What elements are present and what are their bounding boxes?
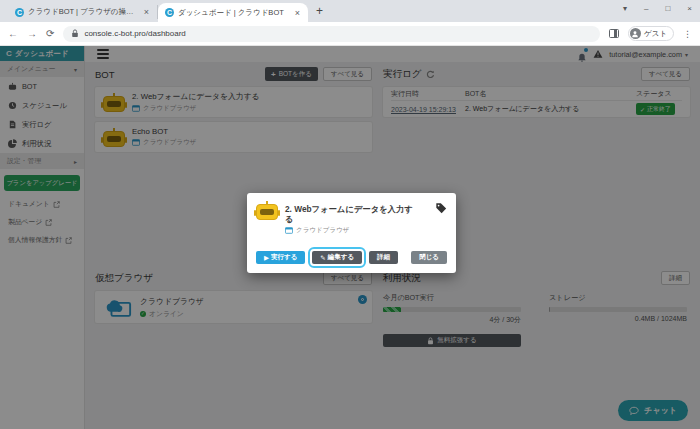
edit-icon: ✎ (320, 254, 325, 262)
browser-tab-2-active[interactable]: C ダッシュボード | クラウドBOT × (158, 3, 308, 22)
reload-icon[interactable]: ⟳ (46, 28, 54, 39)
side-panel-icon[interactable] (609, 29, 619, 38)
site-favicon: C (15, 8, 24, 17)
screenshot-root: C クラウドBOT | ブラウザの操作を自動... × C ダッシュボード | … (0, 0, 700, 429)
tab-title: クラウドBOT | ブラウザの操作を自動... (28, 7, 139, 17)
close-button[interactable]: 閉じる (411, 251, 447, 264)
lock-icon (71, 29, 79, 38)
tab-title: ダッシュボード | クラウドBOT (178, 8, 290, 18)
forward-icon[interactable]: → (27, 28, 37, 39)
browser-toolbar: ← → ⟳ console.c-bot.pro/dashboard ゲスト ⋮ (0, 22, 700, 46)
url-text: console.c-bot.pro/dashboard (84, 29, 185, 38)
close-tab-icon[interactable]: × (143, 7, 150, 17)
back-icon[interactable]: ← (8, 28, 18, 39)
address-bar[interactable]: console.c-bot.pro/dashboard (63, 26, 600, 42)
button-label: 編集する (328, 253, 354, 262)
browser-menu-icon[interactable]: ⋮ (683, 29, 692, 39)
guest-profile-button[interactable]: ゲスト (628, 26, 674, 41)
window-maximize-icon[interactable]: □ (665, 4, 670, 13)
play-icon: ▶ (264, 254, 269, 262)
person-icon (630, 28, 641, 39)
new-tab-button[interactable]: + (316, 4, 323, 18)
guest-label: ゲスト (644, 29, 667, 39)
cloud-browser-mini-icon (285, 227, 293, 234)
browser-tab-bar: C クラウドBOT | ブラウザの操作を自動... × C ダッシュボード | … (0, 0, 700, 22)
bot-detail-modal: 2. Webフォームにデータを入力する クラウドブラウザ ▶ 実行する ✎ 編集… (247, 193, 456, 273)
window-menu-icon[interactable]: ▾ (623, 4, 627, 13)
modal-bot-title: 2. Webフォームにデータを入力する (285, 205, 419, 224)
window-minimize-icon[interactable]: – (644, 4, 648, 13)
modal-env-label: クラウドブラウザ (296, 226, 349, 235)
bot-robot-icon (256, 201, 278, 220)
browser-tab-1[interactable]: C クラウドBOT | ブラウザの操作を自動... × (8, 5, 158, 19)
site-favicon: C (165, 8, 174, 17)
tag-icon[interactable] (435, 202, 447, 214)
button-label: 実行する (271, 253, 297, 262)
close-tab-icon[interactable]: × (294, 8, 301, 18)
details-button[interactable]: 詳細 (369, 251, 398, 264)
run-button[interactable]: ▶ 実行する (256, 251, 305, 264)
window-controls: ▾ – □ × (623, 1, 692, 15)
window-close-icon[interactable]: × (687, 4, 692, 13)
edit-button-highlighted[interactable]: ✎ 編集する (312, 251, 362, 264)
